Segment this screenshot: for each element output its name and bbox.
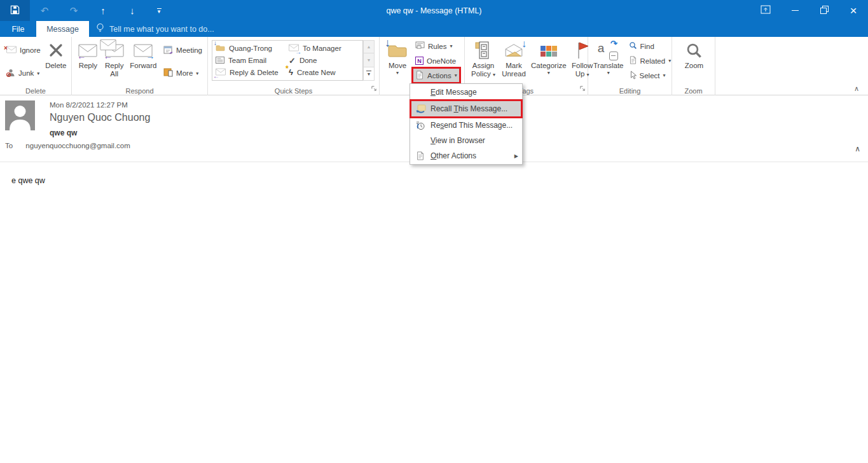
- redo-icon: ↷: [70, 5, 78, 17]
- actions-dropdown-menu: Edit Message Recall This Message...: [410, 83, 523, 165]
- meeting-button[interactable]: Meeting: [161, 43, 205, 58]
- quick-step-done[interactable]: ✓ Done: [287, 55, 360, 67]
- menu-item-resend-this-message[interactable]: Resend This Message...: [410, 118, 522, 133]
- title-bar: ↶ ↷ ↑ ↓ ▾ qwe qw - Message (HTML): [0, 0, 868, 21]
- scroll-down-icon: ▼: [367, 58, 371, 62]
- quick-steps-scroll-down-button[interactable]: ▼: [363, 53, 375, 67]
- submenu-arrow-icon: ▶: [514, 153, 518, 159]
- quick-steps-scroll-up-button[interactable]: ▲: [363, 40, 375, 53]
- rules-button[interactable]: Rules ▾: [413, 39, 460, 53]
- chevron-up-icon: ∧: [854, 85, 859, 92]
- delete-button[interactable]: Delete: [43, 39, 69, 85]
- up-arrow-icon: ↑: [100, 5, 106, 16]
- message-sender[interactable]: Nguyen Quoc Chuong: [50, 112, 150, 123]
- close-button[interactable]: ×: [839, 0, 868, 21]
- message-subject: qwe qw: [50, 128, 77, 137]
- minimize-button[interactable]: [780, 0, 809, 21]
- recipient-address[interactable]: nguyenquocchuong@gmail.com: [25, 142, 130, 149]
- quick-steps-more-button[interactable]: ▼: [363, 67, 375, 81]
- move-button[interactable]: ↓ Move ▾: [383, 39, 411, 83]
- select-caret-icon: ▾: [663, 73, 665, 78]
- quick-step-create-new[interactable]: ϟ * Create New: [287, 66, 360, 78]
- collapse-header-button[interactable]: ∧: [855, 144, 860, 153]
- redo-button[interactable]: ↷: [59, 0, 88, 21]
- save-button[interactable]: [0, 0, 30, 21]
- avatar: [5, 100, 35, 130]
- ribbon-display-options-button[interactable]: [751, 0, 780, 21]
- assign-policy-button[interactable]: Assign Policy ▾: [469, 39, 498, 79]
- quick-step-to-manager[interactable]: → To Manager: [287, 43, 360, 55]
- ribbon-tab-row: File Message Tell me what you want to do…: [0, 21, 868, 37]
- more-respond-caret-icon: ▾: [196, 71, 198, 76]
- actions-caret-icon: ▾: [455, 73, 457, 78]
- lightbulb-icon: [95, 23, 105, 35]
- collapse-ribbon-button[interactable]: ∧: [854, 85, 859, 93]
- menu-item-edit-message[interactable]: Edit Message: [410, 85, 522, 100]
- follow-up-flag-icon: [575, 41, 589, 60]
- more-bar: [366, 71, 371, 71]
- check-icon: ✓: [289, 56, 296, 66]
- quick-steps-dialog-launcher[interactable]: [371, 83, 377, 94]
- tell-me-box[interactable]: Tell me what you want to do...: [95, 21, 214, 37]
- translate-caret-icon: ▾: [607, 70, 610, 76]
- quick-steps-scrollbar: ▲ ▼ ▼: [363, 40, 375, 81]
- delete-x-icon: [48, 43, 64, 59]
- assign-policy-caret-icon: ▾: [493, 72, 495, 78]
- mark-unread-button[interactable]: ↓ Mark Unread: [498, 39, 530, 79]
- ribbon-display-options-icon: [761, 5, 771, 16]
- reply-button[interactable]: ← Reply: [76, 39, 100, 85]
- menu-item-other-actions[interactable]: Other Actions ▶: [410, 148, 522, 163]
- header-chevron-up-icon: ∧: [855, 144, 860, 153]
- undo-button[interactable]: ↶: [30, 0, 59, 21]
- move-caret-icon: ▾: [396, 70, 399, 76]
- ignore-button[interactable]: × Ignore: [4, 43, 43, 58]
- zoom-button[interactable]: Zoom: [679, 39, 710, 70]
- rules-caret-icon: ▾: [450, 43, 452, 49]
- menu-item-view-in-browser[interactable]: View in Browser: [410, 133, 522, 148]
- to-label: To: [5, 142, 13, 149]
- scroll-up-icon: ▲: [367, 45, 371, 49]
- customize-qat-button[interactable]: ▾: [147, 0, 171, 21]
- next-item-button[interactable]: ↓: [118, 0, 147, 21]
- assign-policy-icon: [475, 41, 492, 60]
- categorize-button[interactable]: Categorize ▾: [530, 39, 568, 79]
- tab-file[interactable]: File: [0, 21, 36, 37]
- reply-all-button[interactable]: ← Reply All: [100, 39, 128, 85]
- more-respond-button[interactable]: More ▾: [161, 66, 205, 81]
- menu-item-recall-this-message[interactable]: Recall This Message...: [410, 100, 522, 118]
- team-email-icon: [216, 57, 224, 65]
- lightning-icon: ϟ *: [289, 67, 293, 77]
- find-button[interactable]: Find: [626, 39, 674, 53]
- reply-delete-icon: ←: [216, 68, 226, 77]
- actions-button[interactable]: Actions ▾: [413, 68, 460, 83]
- categorize-caret-icon: ▾: [548, 70, 550, 76]
- forward-button[interactable]: → Forward: [128, 39, 158, 85]
- select-button[interactable]: Select ▾: [626, 68, 674, 83]
- qat-more-icon: ▾: [158, 10, 161, 13]
- tags-dialog-launcher[interactable]: [579, 83, 586, 94]
- restore-button[interactable]: [809, 0, 839, 21]
- onenote-button[interactable]: N OneNote: [413, 53, 460, 68]
- group-delete: × Ignore Junk: [0, 37, 72, 95]
- resend-icon: [410, 121, 431, 130]
- junk-caret-icon: ▾: [37, 71, 39, 76]
- ribbon-empty-area: ∧: [715, 37, 868, 95]
- translate-button[interactable]: a ↷ Translate ▾: [592, 39, 625, 83]
- group-respond: ← Reply ← Reply All: [72, 37, 208, 95]
- quick-step-reply-delete[interactable]: ← Reply & Delete: [214, 66, 287, 78]
- mark-unread-icon: ↓: [504, 43, 523, 59]
- more-triangle-icon: ▼: [367, 72, 371, 76]
- junk-button[interactable]: Junk ▾: [4, 66, 43, 81]
- quick-step-team-email[interactable]: Team Email: [214, 55, 287, 67]
- other-actions-icon: [410, 151, 431, 160]
- quick-step-quang-trong[interactable]: ↓ Quang-Trong: [214, 43, 287, 55]
- tab-message[interactable]: Message: [36, 21, 89, 37]
- message-body[interactable]: e qwe qw: [0, 162, 868, 463]
- restore-icon: [820, 5, 829, 16]
- quick-access-toolbar: ↶ ↷ ↑ ↓ ▾: [0, 0, 171, 21]
- group-editing: a ↷ Translate ▾ Find: [588, 37, 672, 95]
- previous-item-button[interactable]: ↑: [88, 0, 118, 21]
- categorize-icon: [541, 46, 557, 57]
- translate-icon: a ↷: [598, 41, 619, 60]
- related-button[interactable]: Related ▾: [626, 53, 674, 68]
